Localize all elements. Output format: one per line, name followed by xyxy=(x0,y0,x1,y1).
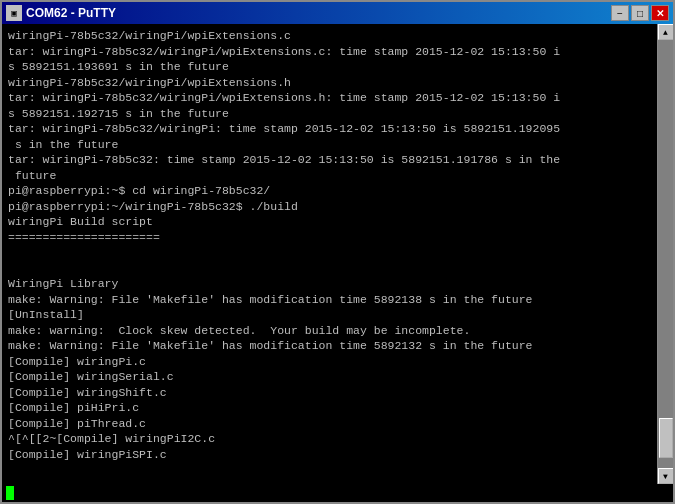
terminal-output[interactable]: wiringPi-78b5c32/wiringPi/wpiExtensions.… xyxy=(2,24,657,484)
close-button[interactable]: ✕ xyxy=(651,5,669,21)
scroll-track[interactable] xyxy=(658,40,673,468)
putty-window: ▣ COM62 - PuTTY − □ ✕ wiringPi-78b5c32/w… xyxy=(0,0,675,504)
window-title: COM62 - PuTTY xyxy=(26,6,116,20)
maximize-button[interactable]: □ xyxy=(631,5,649,21)
scroll-thumb[interactable] xyxy=(659,418,673,458)
title-bar: ▣ COM62 - PuTTY − □ ✕ xyxy=(2,2,673,24)
minimize-button[interactable]: − xyxy=(611,5,629,21)
scroll-up-button[interactable]: ▲ xyxy=(658,24,674,40)
status-bar xyxy=(2,484,673,502)
app-icon: ▣ xyxy=(6,5,22,21)
title-bar-buttons: − □ ✕ xyxy=(611,5,669,21)
cursor xyxy=(6,486,14,500)
scrollbar[interactable]: ▲ ▼ xyxy=(657,24,673,484)
terminal-container: wiringPi-78b5c32/wiringPi/wpiExtensions.… xyxy=(2,24,673,484)
title-bar-left: ▣ COM62 - PuTTY xyxy=(6,5,116,21)
scroll-down-button[interactable]: ▼ xyxy=(658,468,674,484)
